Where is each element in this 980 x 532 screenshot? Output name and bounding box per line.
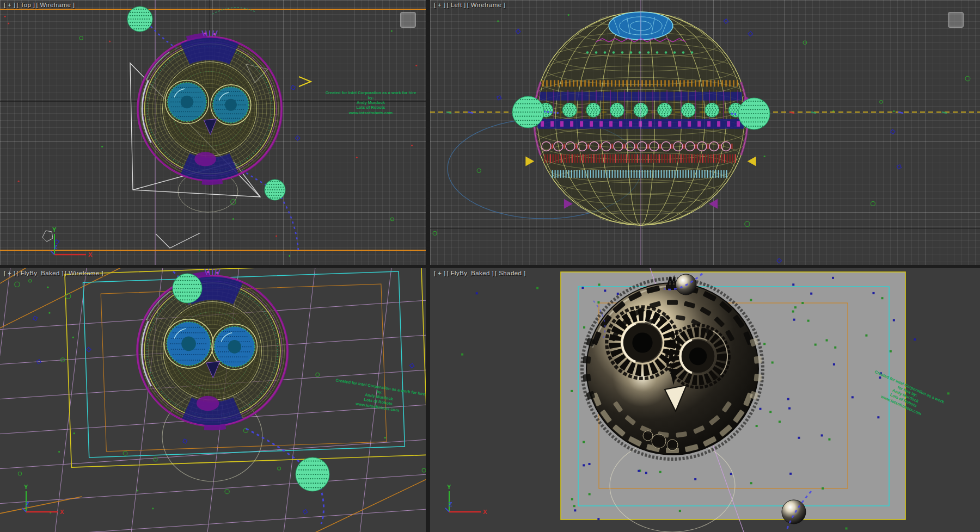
wireframe-sphere [138, 30, 283, 185]
viewport-label-flyby-wire: [ + ][ FlyBy_Baked ][ Wireframe ] [4, 270, 105, 276]
dotted-sphere [705, 103, 719, 117]
credit-line: Lots of Robots [324, 105, 417, 110]
viewport-grid: YXZ [ + ][ Top ][ Wireframe ] Created fo… [0, 0, 980, 532]
axis-label: X [60, 509, 64, 515]
viewport-left[interactable]: [ + ][ Left ][ Wireframe ] [430, 0, 980, 265]
axis-label: X [483, 509, 487, 515]
axis-label: Y [447, 484, 451, 490]
dotted-sphere [738, 98, 770, 129]
scene-left-wireframe [430, 0, 980, 265]
viewport-label-flyby-shaded: [ + ][ FlyBy_Baked ][ Shaded ] [434, 270, 526, 276]
viewport-label-top: [ + ][ Top ][ Wireframe ] [4, 2, 76, 8]
viewport-menu-general[interactable]: [ + ] [434, 270, 446, 276]
dotted-sphere [681, 103, 695, 117]
viewport-menu-shading[interactable]: [ Wireframe ] [36, 2, 75, 8]
dotted-sphere [562, 103, 577, 117]
dotted-sphere [173, 274, 202, 303]
viewcube[interactable] [948, 12, 964, 28]
axis-label: X [88, 251, 93, 258]
viewport-menu-pov[interactable]: [ Left ] [447, 2, 466, 8]
viewport-menu-pov[interactable]: [ FlyBy_Baked ] [447, 270, 494, 276]
dotted-sphere [610, 103, 624, 117]
credit-line: www.lotsofrobots.com [324, 110, 417, 115]
dotted-sphere [512, 96, 544, 128]
dotted-sphere [265, 180, 285, 200]
viewport-menu-pov[interactable]: [ Top ] [17, 2, 35, 8]
viewport-top[interactable]: YXZ [ + ][ Top ][ Wireframe ] Created fo… [0, 0, 426, 265]
viewport-menu-shading[interactable]: [ Wireframe ] [65, 270, 103, 276]
viewport-menu-general[interactable]: [ + ] [4, 270, 16, 276]
dotted-sphere [296, 457, 329, 491]
viewport-menu-general[interactable]: [ + ] [434, 2, 446, 8]
scene-top-wireframe: YXZ [0, 0, 426, 265]
axis-label: Y [24, 484, 28, 490]
sphere-eye [166, 81, 209, 124]
axis-label: Z [54, 244, 58, 250]
viewport-menu-general[interactable]: [ + ] [4, 2, 16, 8]
dotted-sphere [586, 103, 601, 117]
viewport-menu-shading[interactable]: [ Wireframe ] [467, 2, 506, 8]
credit-line: Andy Murdock [324, 100, 417, 105]
viewport-menu-shading[interactable]: [ Shaded ] [495, 270, 525, 276]
axis-tripod: YXZ [51, 226, 93, 258]
dotted-sphere [658, 103, 672, 117]
viewport-label-left: [ + ][ Left ][ Wireframe ] [434, 2, 507, 8]
sphere-eye [164, 319, 213, 368]
viewport-menu-pov[interactable]: [ FlyBy_Baked ] [17, 270, 64, 276]
dotted-sphere [127, 7, 152, 32]
axis-label: Z [449, 501, 452, 508]
credit-line: Created for Intel Corporation as a work … [324, 90, 417, 100]
credit-text: Created for Intel Corporation as a work … [324, 90, 417, 115]
viewport-flyby-shaded[interactable]: YXZ [ + ][ FlyBy_Baked ][ Shaded ] Creat… [430, 268, 980, 532]
axis-label: Y [52, 226, 57, 233]
axis-tripod: YXZ [445, 484, 487, 515]
axis-label: Z [26, 501, 29, 508]
viewport-flyby-wireframe[interactable]: YXZ [ + ][ FlyBy_Baked ][ Wireframe ] Cr… [0, 268, 426, 532]
viewcube[interactable] [400, 12, 416, 28]
